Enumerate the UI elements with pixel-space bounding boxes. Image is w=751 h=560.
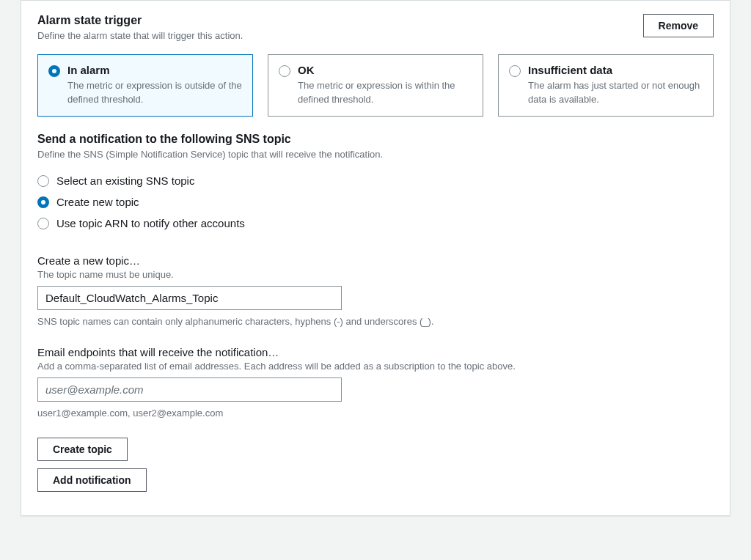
create-topic-label: Create a new topic… — [37, 254, 714, 267]
radio-icon — [279, 65, 290, 77]
trigger-desc: The metric or expression is within the d… — [298, 79, 472, 107]
alarm-action-panel: Alarm state trigger Define the alarm sta… — [21, 0, 730, 516]
trigger-card-insufficient-data[interactable]: Insufficient data The alarm has just sta… — [498, 54, 714, 117]
sns-option-existing[interactable]: Select an existing SNS topic — [37, 170, 714, 191]
create-topic-footnote: SNS topic names can contain only alphanu… — [37, 316, 714, 327]
email-endpoints-label: Email endpoints that will receive the no… — [37, 346, 714, 358]
create-topic-button[interactable]: Create topic — [37, 438, 128, 461]
trigger-title: In alarm — [67, 64, 242, 76]
sns-section-description: Define the SNS (Simple Notification Serv… — [37, 148, 714, 161]
add-notification-button[interactable]: Add notification — [37, 468, 147, 492]
alarm-trigger-title: Alarm state trigger — [37, 14, 243, 27]
trigger-card-ok[interactable]: OK The metric or expression is within th… — [268, 54, 483, 117]
trigger-desc: The alarm has just started or not enough… — [528, 79, 703, 107]
radio-icon — [509, 65, 521, 77]
email-endpoints-hint: Add a comma-separated list of email addr… — [37, 361, 714, 372]
create-topic-hint: The topic name must be unique. — [37, 269, 714, 280]
sns-option-create-new[interactable]: Create new topic — [37, 191, 714, 213]
topic-name-input[interactable] — [37, 286, 342, 310]
trigger-desc: The metric or expression is outside of t… — [67, 79, 242, 107]
email-endpoints-input[interactable] — [37, 377, 342, 402]
radio-icon — [48, 65, 60, 77]
sns-option-label: Create new topic — [56, 196, 139, 208]
trigger-title: Insufficient data — [528, 64, 703, 76]
sns-section-title: Send a notification to the following SNS… — [37, 133, 714, 146]
trigger-title: OK — [298, 64, 472, 76]
remove-button[interactable]: Remove — [643, 14, 714, 37]
trigger-card-in-alarm[interactable]: In alarm The metric or expression is out… — [37, 54, 253, 117]
sns-option-label: Use topic ARN to notify other accounts — [56, 217, 245, 229]
radio-icon — [37, 175, 49, 187]
email-endpoints-footnote: user1@example.com, user2@example.com — [37, 408, 714, 419]
radio-icon — [37, 196, 49, 208]
radio-icon — [37, 218, 49, 229]
sns-option-arn[interactable]: Use topic ARN to notify other accounts — [37, 213, 714, 234]
sns-option-label: Select an existing SNS topic — [56, 174, 194, 187]
alarm-trigger-description: Define the alarm state that will trigger… — [37, 29, 243, 43]
